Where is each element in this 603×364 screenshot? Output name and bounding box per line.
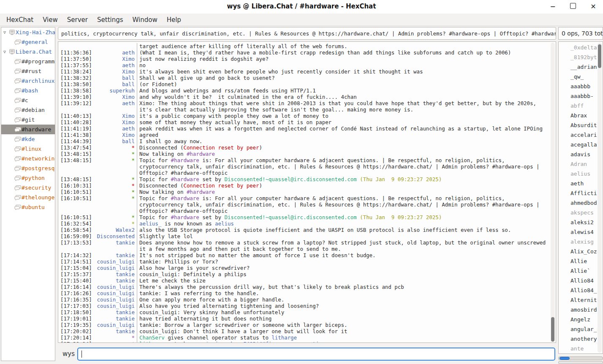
userlist-scrollbar-thumb[interactable]	[598, 44, 601, 68]
tree-expander-icon[interactable]: ▽	[1, 30, 8, 35]
tree-channel-security[interactable]: #security	[1, 183, 55, 193]
message-text: ChanServ gives channel operator status t…	[137, 334, 550, 341]
close-button[interactable]: ✕	[589, 3, 597, 11]
tree-channel-kde[interactable]: #kde	[1, 134, 55, 144]
channel-icon	[14, 59, 22, 65]
user-list-item[interactable]: Allie`	[559, 266, 597, 276]
user-list-item[interactable]: aleksi2	[559, 217, 597, 227]
user-list-item[interactable]: Adran	[559, 159, 597, 169]
userlist-hscrollbar-thumb[interactable]	[560, 357, 570, 360]
tree-channel-archlinux[interactable]: #archlinux	[1, 76, 55, 86]
tree-expander-icon[interactable]: ▽	[1, 49, 8, 54]
user-list-item[interactable]: acegalla-	[559, 140, 597, 149]
user-list-item[interactable]: Alix_Cozm	[559, 247, 597, 256]
userlist-hscrollbar[interactable]	[558, 356, 603, 360]
tree-label: #bash	[22, 87, 38, 94]
tree-channel-networking[interactable]: #networking	[1, 154, 55, 163]
user-list-item[interactable]: aeth	[559, 179, 597, 188]
window-controls: − ✕	[549, 0, 597, 14]
chat-line: [11:41:19]aethpeak reddit was when it wa…	[58, 125, 550, 132]
user-list-item[interactable]: amosbird	[559, 305, 597, 315]
tree-server-xing-hai-zhan[interactable]: ▽Xing-Hai-Zhan	[1, 27, 55, 37]
user-list-item[interactable]: abff	[559, 101, 597, 111]
tree-channel-postgresql[interactable]: #postgresql	[1, 163, 55, 173]
channel-icon	[14, 204, 22, 210]
chat-scrollbar-thumb[interactable]	[551, 317, 554, 342]
tree-label: #kde	[22, 136, 35, 142]
topic-bar[interactable]: politics, cryptocurrency talk, unfair di…	[58, 27, 556, 40]
chat-line: [17:19:01]tankiehave tried alternating i…	[58, 315, 550, 322]
message-text: litharge sets ban on $a:joeyzheng5403$##…	[137, 341, 550, 343]
user-list-item[interactable]: _0xdelta	[559, 43, 597, 52]
message-text: Topic for #hardware set by Disconsented!…	[137, 176, 550, 182]
user-list-item[interactable]: Abrax	[559, 111, 597, 120]
tree-channel-bash[interactable]: #bash	[1, 86, 55, 95]
timestamp: [11:41:19]	[58, 125, 92, 132]
menu-server[interactable]: Server	[62, 14, 92, 25]
menu-window[interactable]: Window	[128, 14, 162, 25]
menu-hexchat[interactable]: HexChat	[2, 14, 38, 25]
user-list-item[interactable]: adavis	[559, 149, 597, 159]
tree-channel-c[interactable]: #c	[1, 95, 55, 105]
status-star: *	[92, 157, 135, 176]
message-text: It's not stripped but no matter the amou…	[137, 252, 550, 258]
user-list-item[interactable]: Allio84	[559, 276, 597, 285]
tree-channel-general[interactable]: #general	[1, 37, 55, 47]
hexchat-window: wys @ Libera.Chat / #hardware - HexChat …	[0, 0, 603, 364]
message-text: Topic for #hardware set by Disconsented!…	[137, 214, 550, 220]
user-list-panel: _0xdelta_8192byte__adrian_qw_aaabbbaaabb…	[558, 41, 603, 354]
message-input[interactable]	[77, 348, 555, 361]
menu-help[interactable]: Help	[162, 14, 186, 25]
user-list-item[interactable]: aaabbb-	[559, 91, 597, 101]
nick: Ximo	[92, 56, 135, 62]
chat-line: [11:39:10]Ximoand why wouldn't it be? it…	[58, 94, 550, 100]
user-list-item[interactable]: Allie	[559, 256, 597, 266]
user-list-item[interactable]: alewis4	[559, 227, 597, 237]
user-list-item[interactable]: akspecs	[559, 208, 597, 217]
user-list-item[interactable]: angular_m	[559, 324, 597, 334]
tree-channel-git[interactable]: #git	[1, 115, 55, 125]
message-text: peak reddit was when it was a forgotten …	[137, 125, 550, 132]
userlist-scrollbar[interactable]	[598, 43, 602, 353]
user-list-item[interactable]: anotheryo	[559, 334, 597, 344]
user-list-item[interactable]: Alternity	[559, 295, 597, 305]
user-list-item[interactable]: _8192byte	[559, 52, 597, 62]
user-list-item[interactable]: alexisg	[559, 237, 597, 247]
user-list-item[interactable]: ante	[559, 344, 597, 353]
menu-view[interactable]: View	[38, 14, 62, 25]
minimize-button[interactable]: −	[549, 3, 557, 11]
user-list-item[interactable]: accelario	[559, 130, 597, 140]
message-text: it's always been shit even before people…	[137, 68, 550, 75]
tree-channel-rust[interactable]: ##rust	[1, 66, 55, 76]
chat-line: [11:38:24]Ximoit's always been shit even…	[58, 68, 550, 75]
chat-line: [16:10:51]*Topic for #hardware is: For a…	[58, 195, 550, 214]
user-list-item[interactable]: __adrian	[559, 62, 597, 72]
nick: ball	[92, 75, 135, 81]
tree-server-libera-chat[interactable]: ▽Libera.Chat	[1, 47, 55, 57]
user-list-item[interactable]: _qw_	[559, 72, 597, 81]
timestamp: [16:10:51]	[58, 189, 92, 195]
tree-channel-python[interactable]: #python	[1, 173, 55, 183]
tree-channel-programmi[interactable]: ##programmi	[1, 57, 55, 66]
user-list-item[interactable]: aaabbb	[559, 81, 597, 91]
user-list-item[interactable]: Allio84_	[559, 285, 597, 295]
menu-settings[interactable]: Settings	[92, 14, 128, 25]
chat-scrollbar[interactable]	[551, 43, 555, 342]
user-count-label: 0 ops, 703 tota	[562, 30, 603, 37]
user-list-item[interactable]: ahmedbodi	[559, 198, 597, 208]
tree-channel-linux[interactable]: #linux	[1, 144, 55, 154]
tree-channel-thelounge[interactable]: #thelounge	[1, 193, 55, 202]
chat-line: [17:16:14]cousin_luigiThere's always the…	[58, 284, 550, 290]
message-text: some of that money they actually have, m…	[137, 119, 550, 125]
user-list-item[interactable]: Angelz	[559, 315, 597, 324]
tree-channel-ubuntu[interactable]: #ubuntu	[1, 202, 55, 212]
user-list-item[interactable]: aelius	[559, 169, 597, 179]
status-star: *	[92, 151, 135, 157]
message-text: (or Fidonet)	[137, 81, 550, 87]
status-star: *	[92, 334, 135, 341]
maximize-button[interactable]	[569, 3, 577, 11]
user-list-item[interactable]: Absurdity	[559, 120, 597, 130]
tree-channel-hardware[interactable]: #hardware	[1, 125, 55, 134]
tree-channel-debian[interactable]: #debian	[1, 105, 55, 115]
user-list-item[interactable]: Afflictio	[559, 188, 597, 198]
